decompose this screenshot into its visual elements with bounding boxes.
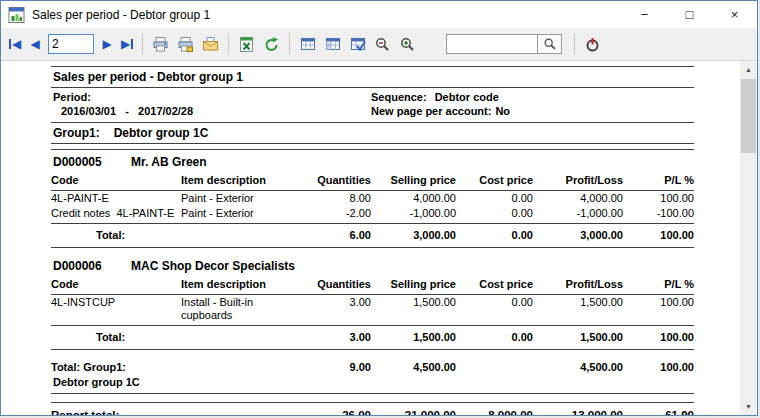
cell-description: Install - Built-in cupboards <box>181 296 306 322</box>
total-pl: 1,500.00 <box>533 331 623 344</box>
scroll-up-icon[interactable]: ▲ <box>740 61 757 78</box>
print-setup-icon <box>177 36 194 53</box>
account-header: D000005Mr. AB Green <box>51 150 694 173</box>
cell-qty: -2.00 <box>306 207 371 220</box>
section-total-row: Total: 6.00 3,000.00 0.00 3,000.00 100.0… <box>51 224 694 247</box>
account-header: D000006MAC Shop Decor Specialists <box>51 254 694 277</box>
report-total-plpct: 61.90 <box>623 408 694 416</box>
zoom-in-icon <box>399 36 416 53</box>
first-page-bar-icon <box>9 39 11 49</box>
cell-pl: 4,000.00 <box>533 192 623 205</box>
group-label: Group1: <box>53 126 100 140</box>
page-number-input[interactable] <box>48 34 94 54</box>
col-selling-price: Selling price <box>371 174 456 187</box>
column-select-button[interactable] <box>345 32 370 56</box>
sequence-value: Debtor code <box>435 91 499 103</box>
total-label: Total: <box>51 331 181 344</box>
newpage-line: New page per account:No <box>371 104 510 118</box>
sequence-line: Sequence:Debtor code <box>371 90 510 104</box>
toolbar-separator <box>142 33 143 55</box>
col-cost-price: Cost price <box>456 174 533 187</box>
col-profit-loss: Profit/Loss <box>533 174 623 187</box>
email-report-button[interactable] <box>198 32 223 56</box>
close-button[interactable]: × <box>712 1 757 28</box>
last-page-bar-icon <box>131 39 133 49</box>
zoom-in-button[interactable] <box>395 32 420 56</box>
total-label: Total: <box>51 229 181 242</box>
page-layout-icon <box>300 36 316 52</box>
cell-cost: 0.00 <box>456 207 533 220</box>
last-page-button[interactable]: ▶ <box>117 33 137 55</box>
report-total-qty: 26.00 <box>306 408 371 416</box>
group-header: Group1:Debtor group 1C <box>51 123 694 143</box>
cell-description: Paint - Exterior <box>181 207 306 220</box>
group-total-selling: 4,500.00 <box>371 361 456 374</box>
col-description: Item description <box>181 278 306 291</box>
col-pl-pct: P/L % <box>623 278 694 291</box>
report-area: Sales per period - Debtor group 1 Period… <box>1 61 757 415</box>
vertical-scrollbar[interactable]: ▲ ▼ <box>740 61 757 415</box>
table-row: 4L-PAINT-E Paint - Exterior 8.00 4,000.0… <box>51 191 694 206</box>
report-info: Period: 2016/03/01 - 2017/02/28 Sequence… <box>51 88 694 122</box>
cell-qty: 8.00 <box>306 192 371 205</box>
cell-plpct: 100.00 <box>623 296 694 309</box>
next-page-button[interactable]: ▶ <box>97 33 117 55</box>
total-pl: 3,000.00 <box>533 229 623 242</box>
power-icon <box>584 36 601 53</box>
cell-code: 4L-INSTCUP <box>51 296 181 309</box>
email-icon <box>202 36 219 53</box>
scroll-down-icon[interactable]: ▼ <box>740 398 757 415</box>
group-total-block: Total: Group1: 9.00 4,500.00 4,500.00 10… <box>51 360 694 393</box>
maximize-button[interactable]: □ <box>667 1 712 28</box>
cell-selling: 1,500.00 <box>371 296 456 309</box>
window-title: Sales per period - Debtor group 1 <box>32 8 622 22</box>
period-block: Period: 2016/03/01 - 2017/02/28 <box>53 90 371 118</box>
print-button[interactable] <box>148 32 173 56</box>
account-code: D000006 <box>53 259 131 273</box>
next-page-icon: ▶ <box>102 37 111 51</box>
previous-page-icon: ◀ <box>30 37 39 51</box>
titlebar[interactable]: Sales per period - Debtor group 1 − □ × <box>1 1 757 28</box>
col-code: Code <box>51 278 181 291</box>
group-value: Debtor group 1C <box>114 126 209 140</box>
cell-pl: -1,000.00 <box>533 207 623 220</box>
col-quantities: Quantities <box>306 174 371 187</box>
scrollbar-thumb[interactable] <box>741 79 756 153</box>
total-qty: 3.00 <box>306 331 371 344</box>
minimize-button[interactable]: − <box>622 1 667 28</box>
table-row: 4L-INSTCUP Install - Built-in cupboards … <box>51 295 694 323</box>
zoom-out-button[interactable] <box>370 32 395 56</box>
col-pl-pct: P/L % <box>623 174 694 187</box>
cell-cost: 0.00 <box>456 192 533 205</box>
toolbar: ◀ ◀ ▶ ▶ <box>1 28 757 61</box>
page-layout-button[interactable] <box>295 32 320 56</box>
print-setup-button[interactable] <box>173 32 198 56</box>
excel-export-button[interactable] <box>234 32 259 56</box>
previous-page-button[interactable]: ◀ <box>25 33 45 55</box>
divider <box>51 349 694 350</box>
group-total-pl: 4,500.00 <box>533 361 623 374</box>
window-controls: − □ × <box>622 1 757 28</box>
first-page-button[interactable]: ◀ <box>5 33 25 55</box>
first-page-icon: ◀ <box>12 37 21 51</box>
zoom-out-icon <box>374 36 391 53</box>
exit-button[interactable] <box>580 32 605 56</box>
group-total-qty: 9.00 <box>306 361 371 374</box>
total-plpct: 100.00 <box>623 331 694 344</box>
column-select-icon <box>350 36 366 52</box>
cell-selling: -1,000.00 <box>371 207 456 220</box>
sequence-block: Sequence:Debtor code New page per accoun… <box>371 90 510 118</box>
page-width-icon <box>325 36 341 52</box>
total-selling: 1,500.00 <box>371 331 456 344</box>
column-headers: Code Item description Quantities Selling… <box>51 277 694 294</box>
cell-code: Credit notes 4L-PAINT-E <box>51 207 181 220</box>
refresh-button[interactable] <box>259 32 284 56</box>
newpage-value: No <box>495 105 510 117</box>
divider <box>51 143 694 144</box>
table-row: Credit notes 4L-PAINT-E Paint - Exterior… <box>51 206 694 221</box>
total-cost: 0.00 <box>456 331 533 344</box>
search-input[interactable] <box>446 34 538 54</box>
search-button[interactable] <box>538 34 562 54</box>
cell-plpct: -100.00 <box>623 207 694 220</box>
page-width-button[interactable] <box>320 32 345 56</box>
